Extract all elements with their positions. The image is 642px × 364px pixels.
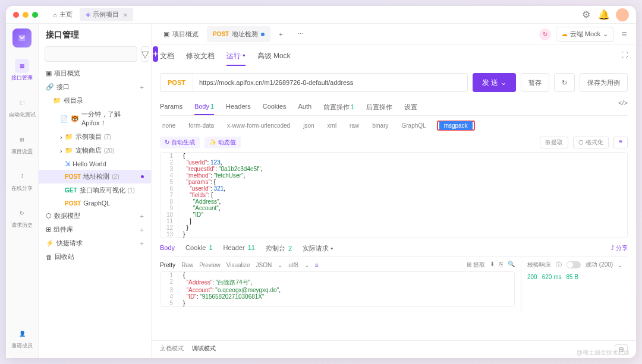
body-type-xml[interactable]: xml bbox=[325, 121, 339, 130]
plus-icon[interactable]: + bbox=[140, 84, 144, 91]
tree-overview[interactable]: ▣项目概览 bbox=[39, 67, 151, 80]
rail-share[interactable]: ⤴在线分享 bbox=[9, 167, 35, 195]
response-tab-bar: Body Cookie 1 Header 11 控制台 2 实际请求 • ⤴ 分… bbox=[160, 244, 628, 257]
method-selector[interactable]: POST bbox=[160, 74, 193, 91]
request-body-editor[interactable]: 1{2 "userId": 123,3 "requestId": "0a1b2c… bbox=[160, 152, 628, 238]
auto-generate-button[interactable]: ↻ 自动生成 bbox=[160, 137, 200, 148]
body-type-graphql[interactable]: GraphQL bbox=[399, 121, 428, 130]
resp-tab-actual[interactable]: 实际请求 • bbox=[303, 244, 333, 253]
code-icon[interactable]: </> bbox=[618, 99, 628, 115]
url-field[interactable] bbox=[193, 74, 467, 91]
param-tab-params[interactable]: Params bbox=[160, 99, 182, 115]
tree-visualize[interactable]: GET接口响应可视化(1) bbox=[39, 183, 151, 197]
search-input[interactable] bbox=[45, 46, 137, 62]
tree-api-root[interactable]: 🔗接口+ bbox=[39, 80, 151, 94]
rail-api-manage[interactable]: ▦接口管理 bbox=[9, 56, 35, 84]
body-type-json[interactable]: json bbox=[301, 121, 316, 130]
rail-automation[interactable]: ⬚自动化测试 bbox=[7, 93, 38, 121]
param-tab-cookies[interactable]: Cookies bbox=[263, 99, 287, 115]
dynamic-value-button[interactable]: ✨ 动态值 bbox=[204, 137, 241, 148]
doc-tab-mock[interactable]: 高级 Mock bbox=[257, 51, 291, 66]
param-tab-post[interactable]: 后置操作 bbox=[366, 99, 392, 115]
mode-debug[interactable]: 调试模式 bbox=[192, 344, 216, 354]
mode-doc[interactable]: 文档模式 bbox=[160, 344, 184, 354]
extract-button[interactable]: ⊞ 提取 bbox=[540, 137, 569, 148]
temp-save-button[interactable]: 暂存 bbox=[521, 73, 549, 92]
body-type-none[interactable]: none bbox=[160, 121, 178, 130]
tree-quickstart[interactable]: 📄🐯一分钟，了解 Apifox！ bbox=[39, 107, 151, 130]
tree-quick-request[interactable]: ⚡快捷请求+ bbox=[39, 236, 151, 250]
share-button[interactable]: ⤴ 分享 bbox=[611, 244, 628, 253]
refresh-button[interactable]: ↻ bbox=[554, 73, 575, 92]
resp-search-icon[interactable]: 🔍 bbox=[508, 261, 515, 269]
param-tab-settings[interactable]: 设置 bbox=[404, 99, 417, 115]
menu-icon[interactable]: ≡ bbox=[618, 29, 630, 40]
resp-extract[interactable]: ⊞ 提取 bbox=[467, 261, 485, 269]
nav-rail: ▦接口管理 ⬚自动化测试 ⊞项目设置 ⤴在线分享 ↻请求历史 👤邀请成员 bbox=[6, 24, 39, 358]
tree-address-check[interactable]: POST地址检测(2) bbox=[39, 170, 151, 183]
main-tab-address[interactable]: POST地址检测 bbox=[207, 26, 270, 42]
doc-tab-document[interactable]: 文档 bbox=[160, 51, 174, 66]
app-logo[interactable] bbox=[12, 29, 32, 48]
close-tab-icon[interactable]: × bbox=[124, 11, 127, 18]
new-tab-button[interactable]: + bbox=[273, 27, 288, 42]
settings-icon[interactable]: ⚙ bbox=[580, 9, 592, 21]
rail-invite[interactable]: 👤邀请成员 bbox=[9, 324, 35, 352]
resp-tab-cookie[interactable]: Cookie 1 bbox=[185, 244, 212, 253]
rail-settings[interactable]: ⊞项目设置 bbox=[9, 130, 35, 158]
view-preview[interactable]: Preview bbox=[199, 262, 221, 268]
body-type-formdata[interactable]: form-data bbox=[186, 121, 216, 130]
body-type-raw[interactable]: raw bbox=[347, 121, 361, 130]
tab-menu[interactable]: ⋯ bbox=[291, 27, 310, 42]
rail-history[interactable]: ↻请求历史 bbox=[9, 204, 35, 232]
tree-graphql[interactable]: POSTGraphQL bbox=[39, 197, 151, 209]
body-type-msgpack[interactable]: msgpack bbox=[439, 121, 473, 130]
save-case-button[interactable]: 保存为用例 bbox=[580, 73, 628, 92]
close-window[interactable] bbox=[13, 12, 19, 18]
expand-icon[interactable]: ⛶ bbox=[621, 51, 628, 66]
doc-tab-edit[interactable]: 修改文档 bbox=[186, 51, 215, 66]
minimize-window[interactable] bbox=[23, 12, 29, 18]
validate-toggle[interactable] bbox=[567, 261, 581, 268]
send-button[interactable]: 发 送⌄ bbox=[473, 73, 516, 92]
more-actions[interactable]: ≡ bbox=[613, 137, 628, 148]
response-body-viewer[interactable]: 1{2 "Address": "白除路74号",3 "Account": "o.… bbox=[160, 271, 515, 307]
tree-sample-project[interactable]: ›📁示例项目(7) bbox=[39, 130, 151, 144]
resp-tab-header[interactable]: Header 11 bbox=[224, 244, 255, 253]
param-tab-body[interactable]: Body1 bbox=[194, 99, 214, 115]
history-icon: ↻ bbox=[15, 206, 29, 220]
encoding-utf8[interactable]: utf8 bbox=[288, 262, 298, 268]
tree-data-model[interactable]: ⬡数据模型+ bbox=[39, 209, 151, 223]
tree-trash[interactable]: 🗑回收站 bbox=[39, 250, 151, 264]
maximize-window[interactable] bbox=[32, 12, 38, 18]
tab-project[interactable]: ◈示例项目× bbox=[80, 8, 133, 21]
bell-icon[interactable]: 🔔 bbox=[598, 9, 610, 21]
tree-petstore[interactable]: ›📁宠物商店(20) bbox=[39, 144, 151, 157]
view-raw[interactable]: Raw bbox=[181, 262, 193, 268]
avatar[interactable] bbox=[616, 8, 629, 21]
info-icon[interactable]: ⓘ bbox=[556, 261, 562, 269]
tree-hello-world[interactable]: ⇲Hello World bbox=[39, 157, 151, 170]
env-refresh-icon[interactable]: ↻ bbox=[539, 29, 551, 40]
body-type-binary[interactable]: binary bbox=[370, 121, 391, 130]
resp-tab-body[interactable]: Body bbox=[160, 244, 175, 253]
shortcut-icon: ⇲ bbox=[65, 160, 70, 167]
doc-tab-run[interactable]: 运行 • bbox=[226, 51, 246, 66]
resp-copy-icon[interactable]: ⎘ bbox=[499, 261, 503, 269]
format-button[interactable]: ⬡ 格式化 bbox=[573, 137, 609, 148]
resp-download-icon[interactable]: ⬇ bbox=[490, 261, 495, 269]
body-type-urlencoded[interactable]: x-www-form-urlencoded bbox=[225, 121, 292, 130]
view-visualize[interactable]: Visualize bbox=[226, 262, 250, 268]
main-tab-overview[interactable]: ▣项目概览 bbox=[158, 26, 204, 42]
format-json[interactable]: JSON bbox=[256, 262, 272, 268]
filter-button[interactable]: ▽ bbox=[141, 46, 149, 62]
tab-home[interactable]: ⌂主页 bbox=[47, 8, 78, 21]
param-tab-pre[interactable]: 前置操作1 bbox=[323, 99, 354, 115]
param-tab-headers[interactable]: Headers bbox=[226, 99, 251, 115]
view-pretty[interactable]: Pretty bbox=[160, 262, 175, 268]
resp-tab-console[interactable]: 控制台 2 bbox=[266, 244, 292, 253]
param-tab-auth[interactable]: Auth bbox=[298, 99, 311, 115]
tree-root-dir[interactable]: 📁根目录 bbox=[39, 94, 151, 107]
env-selector[interactable]: ☁云端 Mock⌄ bbox=[556, 27, 613, 42]
tree-components[interactable]: ⊞组件库+ bbox=[39, 223, 151, 236]
